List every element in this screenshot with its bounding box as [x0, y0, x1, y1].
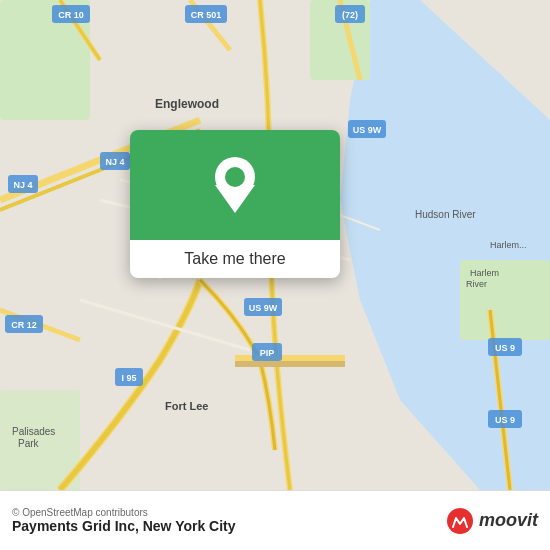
svg-text:Harlem: Harlem [470, 268, 499, 278]
svg-text:US 9: US 9 [495, 415, 515, 425]
svg-text:NJ 4: NJ 4 [105, 157, 124, 167]
popup-card: Take me there [130, 130, 340, 278]
svg-marker-56 [215, 185, 255, 213]
svg-text:Park: Park [18, 438, 40, 449]
svg-text:NJ 4: NJ 4 [13, 180, 32, 190]
svg-text:Harlem...: Harlem... [490, 240, 527, 250]
svg-text:Fort Lee: Fort Lee [165, 400, 208, 412]
take-me-there-button[interactable]: Take me there [130, 240, 340, 278]
moovit-logo[interactable]: moovit [447, 508, 538, 534]
svg-rect-17 [235, 355, 345, 361]
svg-point-57 [225, 167, 245, 187]
svg-text:PIP: PIP [260, 348, 275, 358]
svg-text:River: River [466, 279, 487, 289]
svg-text:(72): (72) [342, 10, 358, 20]
svg-text:CR 10: CR 10 [58, 10, 84, 20]
svg-text:US 9W: US 9W [353, 125, 382, 135]
popup-green-area [130, 130, 340, 240]
moovit-text: moovit [479, 510, 538, 531]
copyright-text: © OpenStreetMap contributors [12, 507, 236, 518]
svg-text:Hudson River: Hudson River [415, 209, 476, 220]
location-pin-icon [210, 155, 260, 215]
map-container[interactable]: CR 10 CR 501 (72) NJ 4 NJ 4 CR 12 I 95 U… [0, 0, 550, 490]
svg-text:I 95: I 95 [121, 373, 136, 383]
svg-text:US 9W: US 9W [249, 303, 278, 313]
moovit-m-icon [447, 508, 473, 534]
svg-text:US 9: US 9 [495, 343, 515, 353]
svg-text:Palisades: Palisades [12, 426, 55, 437]
place-name: Payments Grid Inc, New York City [12, 518, 236, 534]
svg-text:CR 501: CR 501 [191, 10, 222, 20]
bottom-bar: © OpenStreetMap contributors Payments Gr… [0, 490, 550, 550]
bottom-left: © OpenStreetMap contributors Payments Gr… [12, 507, 236, 534]
svg-text:CR 12: CR 12 [11, 320, 37, 330]
svg-text:Englewood: Englewood [155, 97, 219, 111]
